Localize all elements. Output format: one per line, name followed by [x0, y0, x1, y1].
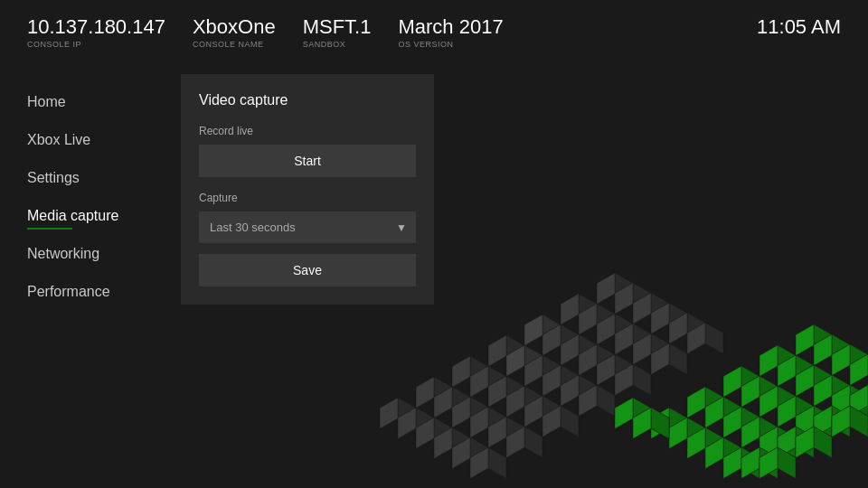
sandbox-value: MSFT.1	[303, 16, 372, 38]
save-button[interactable]: Save	[199, 254, 416, 286]
console-ip-label: CONSOLE IP	[27, 40, 165, 49]
capture-label: Capture	[199, 192, 416, 204]
main-layout: Home Xbox Live Settings Media capture Ne…	[0, 65, 868, 488]
sandbox-item: MSFT.1 SANDBOX	[303, 16, 372, 49]
console-name-label: CONSOLE NAME	[193, 40, 276, 49]
os-version-item: March 2017 OS VERSION	[398, 16, 503, 49]
header: 10.137.180.147 CONSOLE IP XboxOne CONSOL…	[0, 0, 868, 65]
sidebar-item-networking[interactable]: Networking	[0, 235, 163, 273]
clock: 11:05 AM	[757, 16, 841, 38]
console-ip-value: 10.137.180.147	[27, 16, 165, 38]
sandbox-label: SANDBOX	[303, 40, 372, 49]
header-info-group: 10.137.180.147 CONSOLE IP XboxOne CONSOL…	[27, 16, 504, 49]
video-capture-panel: Video capture Record live Start Capture …	[181, 74, 434, 305]
console-name-value: XboxOne	[193, 16, 276, 38]
start-button[interactable]: Start	[199, 145, 416, 177]
sidebar-item-media-capture[interactable]: Media capture	[0, 197, 163, 235]
os-version-label: OS VERSION	[398, 40, 503, 49]
console-name-item: XboxOne CONSOLE NAME	[193, 16, 276, 49]
content-area: Video capture Record live Start Capture …	[163, 65, 868, 488]
capture-select[interactable]: Last 30 seconds Last 1 minute Last 2 min…	[199, 211, 416, 243]
sidebar-item-home[interactable]: Home	[0, 83, 163, 121]
panel-title: Video capture	[199, 92, 416, 108]
console-ip-item: 10.137.180.147 CONSOLE IP	[27, 16, 165, 49]
sidebar-item-performance[interactable]: Performance	[0, 273, 163, 311]
sidebar-item-settings[interactable]: Settings	[0, 159, 163, 197]
sidebar-item-xbox-live[interactable]: Xbox Live	[0, 121, 163, 159]
record-live-label: Record live	[199, 125, 416, 137]
capture-section: Capture Last 30 seconds Last 1 minute La…	[199, 192, 416, 243]
os-version-value: March 2017	[398, 16, 503, 38]
capture-select-wrapper: Last 30 seconds Last 1 minute Last 2 min…	[199, 211, 416, 243]
sidebar: Home Xbox Live Settings Media capture Ne…	[0, 65, 163, 488]
